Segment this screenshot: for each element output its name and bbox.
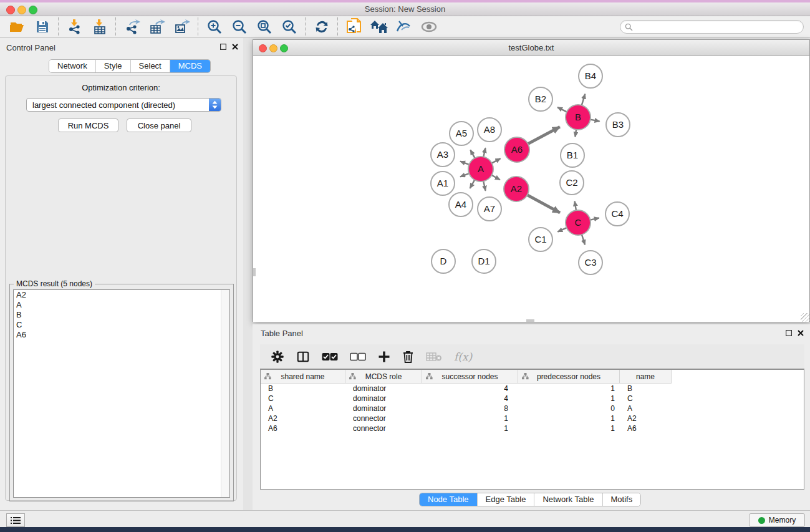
list-item[interactable]: A2 — [14, 290, 229, 300]
network-window-titlebar: testGlobe.txt — [253, 40, 809, 56]
export-image-button[interactable] — [170, 17, 195, 36]
node-label: B2 — [535, 94, 546, 104]
list-scrollbar[interactable] — [221, 290, 229, 497]
close-panel-icon[interactable] — [798, 330, 804, 336]
list-item[interactable]: C — [14, 320, 229, 330]
zoom-window-button[interactable] — [29, 6, 37, 14]
zoom-view-button[interactable] — [280, 44, 288, 52]
save-session-button[interactable] — [30, 17, 55, 36]
export-table-button[interactable] — [145, 17, 170, 36]
tab-select[interactable]: Select — [130, 60, 170, 72]
network-edge-A2-C[interactable] — [528, 195, 560, 213]
network-edge-A-A1[interactable] — [460, 173, 469, 177]
import-table-button[interactable] — [87, 17, 112, 36]
tab-network-table[interactable]: Network Table — [534, 493, 602, 506]
float-panel-icon[interactable] — [220, 44, 226, 50]
network-edge-A-A5[interactable] — [470, 150, 475, 158]
network-graph[interactable]: B4B2BB3A5A8A6A3B1AA1C2A2A4A7C4CC1C3DD1 — [253, 56, 809, 322]
resize-grip-icon[interactable] — [801, 313, 809, 322]
tab-network[interactable]: Network — [49, 60, 95, 72]
zoom-selected-button[interactable] — [277, 17, 302, 36]
close-panel-button[interactable]: Close panel — [127, 118, 191, 132]
tab-motifs[interactable]: Motifs — [602, 493, 641, 506]
node-label: C2 — [566, 177, 577, 188]
network-edge-B-B4[interactable] — [582, 94, 585, 105]
deselect-all-icon[interactable] — [350, 352, 366, 361]
settings-gear-icon[interactable] — [271, 350, 284, 364]
network-edge-B-B3[interactable] — [591, 120, 600, 122]
close-window-button[interactable] — [6, 6, 15, 14]
search-input[interactable] — [635, 22, 803, 32]
network-canvas[interactable]: B4B2BB3A5A8A6A3B1AA1C2A2A4A7C4CC1C3DD1 — [253, 56, 809, 322]
network-vertical-scrollbar[interactable] — [253, 268, 256, 276]
network-edge-A-A3[interactable] — [460, 162, 469, 165]
table-row[interactable]: A2 connector 1 1 A2 — [261, 414, 804, 423]
zoom-in-button[interactable] — [202, 17, 227, 36]
network-edge-B-B2[interactable] — [557, 107, 567, 112]
network-edge-C-C4[interactable] — [591, 218, 599, 220]
criterion-dropdown[interactable]: largest connected component (directed) — [26, 98, 221, 112]
run-mcds-button[interactable]: Run MCDS — [58, 118, 118, 132]
dropdown-stepper-icon — [209, 99, 221, 111]
add-row-icon[interactable] — [378, 351, 390, 363]
table-panel-title: Table Panel — [261, 329, 303, 338]
column-header-name[interactable]: name — [620, 370, 672, 384]
table-row[interactable]: A dominator 8 0 A — [261, 404, 804, 414]
node-label: A6 — [511, 144, 523, 155]
task-history-button[interactable] — [6, 513, 25, 527]
network-edge-A-A4[interactable] — [470, 180, 475, 188]
network-edge-A-A6[interactable] — [492, 158, 501, 163]
tab-node-table[interactable]: Node Table — [420, 493, 477, 506]
minimize-window-button[interactable] — [17, 6, 26, 14]
column-header-mcds-role[interactable]: MCDS role — [345, 370, 422, 384]
network-edge-B-B1[interactable] — [575, 130, 576, 137]
network-horizontal-scrollbar[interactable] — [526, 319, 534, 322]
delete-row-trash-icon[interactable] — [402, 350, 414, 364]
import-network-button[interactable] — [62, 17, 87, 36]
toolbar-search[interactable] — [620, 20, 804, 34]
tab-style[interactable]: Style — [95, 60, 130, 72]
export-network-button[interactable] — [120, 17, 145, 36]
column-header-predecessor-nodes[interactable]: predecessor nodes — [518, 370, 620, 384]
float-panel-icon[interactable] — [786, 330, 792, 336]
show-panels-button[interactable] — [417, 17, 441, 36]
network-edge-C-C2[interactable] — [575, 201, 576, 211]
list-item[interactable]: A — [14, 300, 229, 310]
mcds-result-title: MCDS result (5 nodes) — [14, 279, 95, 288]
new-network-button[interactable] — [342, 17, 367, 36]
network-edge-A-A8[interactable] — [483, 148, 485, 157]
column-header-shared-name[interactable]: shared name — [261, 370, 345, 384]
open-session-button[interactable] — [5, 17, 30, 36]
delete-table-icon[interactable] — [426, 352, 442, 362]
table-row[interactable]: A6 connector 1 1 A6 — [261, 423, 804, 433]
network-edge-A6-B[interactable] — [528, 127, 560, 143]
hide-panels-button[interactable] — [392, 17, 417, 36]
close-view-button[interactable] — [259, 44, 267, 52]
network-window-title: testGlobe.txt — [253, 40, 809, 56]
table-row[interactable]: B dominator 4 1 B — [261, 384, 804, 394]
network-edge-A-A7[interactable] — [483, 181, 485, 191]
toolbar-separator — [305, 17, 306, 36]
column-header-successor-nodes[interactable]: successor nodes — [422, 370, 518, 384]
zoom-out-button[interactable] — [227, 17, 252, 36]
network-edge-C-C1[interactable] — [557, 228, 566, 231]
table-header: shared name MCDS role successor nodes pr… — [261, 370, 804, 384]
select-all-icon[interactable] — [322, 352, 338, 361]
show-column-icon[interactable] — [296, 350, 310, 364]
network-edge-C-C3[interactable] — [582, 235, 585, 244]
function-builder-button[interactable]: f(x) — [454, 351, 472, 363]
apply-layout-button[interactable] — [309, 17, 334, 36]
minimize-view-button[interactable] — [269, 44, 277, 52]
tab-mcds[interactable]: MCDS — [170, 60, 210, 72]
memory-button[interactable]: Memory — [749, 513, 805, 527]
home-button[interactable] — [367, 17, 392, 36]
mcds-result-list[interactable]: A2 A B C A6 — [13, 289, 230, 498]
table-row[interactable]: C dominator 4 1 C — [261, 394, 804, 404]
close-panel-icon[interactable] — [232, 44, 238, 50]
zoom-fit-button[interactable] — [252, 17, 277, 36]
list-item[interactable]: A6 — [14, 330, 229, 340]
tab-edge-table[interactable]: Edge Table — [477, 493, 534, 506]
double-house-icon — [370, 20, 388, 34]
network-edge-A-A2[interactable] — [491, 175, 499, 180]
list-item[interactable]: B — [14, 310, 229, 320]
